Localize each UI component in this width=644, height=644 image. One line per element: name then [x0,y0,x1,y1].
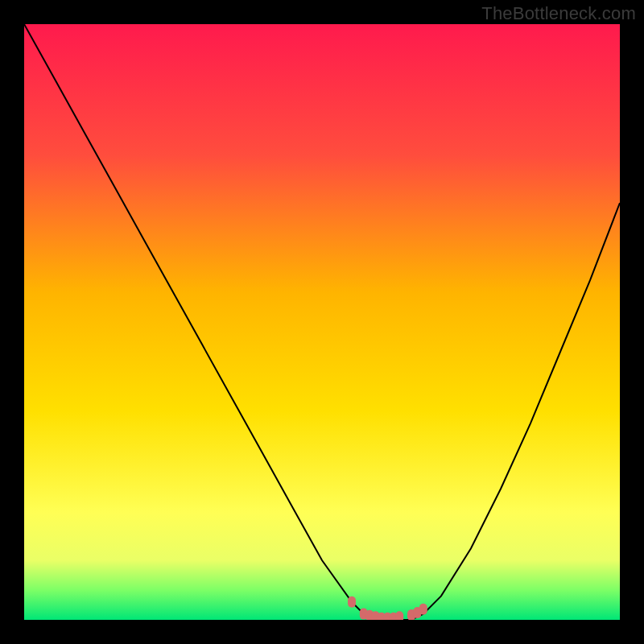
marker-dot [419,604,427,615]
marker-dot [348,597,356,608]
chart-svg [24,24,620,620]
plot-area [24,24,620,620]
chart-frame: TheBottleneck.com [0,0,644,644]
marker-dot [395,611,403,620]
watermark-text: TheBottleneck.com [481,3,636,24]
gradient-background [24,24,620,620]
